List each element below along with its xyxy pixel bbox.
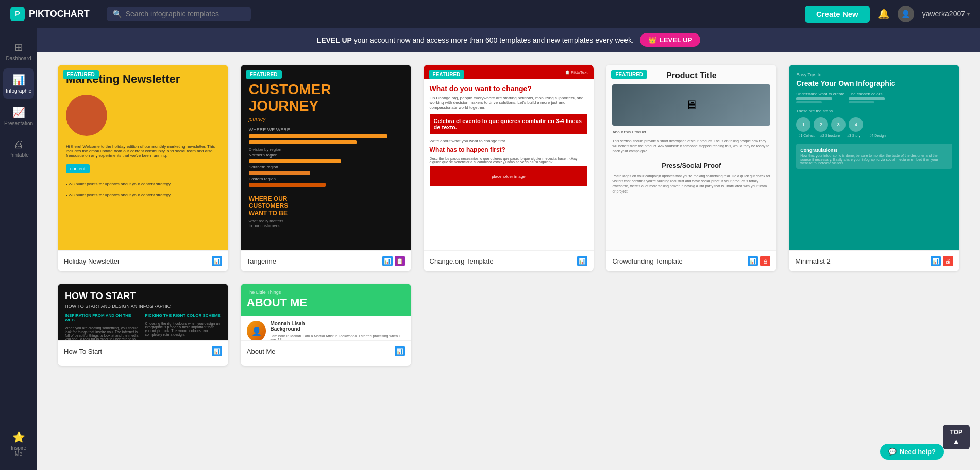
top-button-label: TOP [950, 429, 962, 436]
template-thumbnail-crowdfund: Product Title 🖥 About this Product This … [606, 65, 776, 250]
template-footer-minimalist: Minimalist 2 📊 🖨 [789, 250, 959, 271]
upgrade-banner: LEVEL UP your account now and access mor… [37, 28, 980, 52]
search-box: 🔍 [107, 7, 251, 21]
min-steps: 1 2 3 4 [796, 117, 952, 132]
featured-badge-changeorg: FEATURED [429, 70, 465, 79]
template-thumbnail-changeorg: change.org 📋 PiktoText What do you want … [424, 65, 594, 250]
infographic-type-icon: 📊 [212, 256, 222, 266]
sidebar-item-inspire[interactable]: ⭐ Inspire Me [3, 426, 34, 462]
sidebar-label-infographic: Infographic [6, 88, 31, 94]
top-navbar: P PIKTOCHART 🔍 Create New 🔔 👤 yawerka200… [0, 0, 980, 28]
template-card-crowdfunding[interactable]: FEATURED Product Title 🖥 About this Prod… [606, 65, 776, 271]
am-header: The Little Things ABOUT ME [241, 284, 411, 316]
tan-bar1 [249, 134, 387, 138]
template-card-changeorg[interactable]: FEATURED change.org 📋 PiktoText What do … [424, 65, 594, 271]
tan-bar5 [249, 183, 326, 187]
aboutme-thumb-content: The Little Things ABOUT ME 👤 Monnah Lisa… [241, 284, 411, 340]
cf-image: 🖥 [612, 84, 770, 126]
template-name-aboutme: About Me [247, 347, 276, 355]
co-red-box: Celebra el evento lo que quieres combati… [430, 114, 588, 134]
cf-press-title: Press/Social Proof [612, 162, 770, 169]
dashboard-icon: ⊞ [14, 41, 23, 54]
sidebar-item-presentation[interactable]: 📈 Presentation [3, 101, 34, 131]
need-help-button[interactable]: 💬 Need help? [880, 444, 944, 460]
infographic-icon: 📊 [12, 74, 25, 86]
template-card-aboutme[interactable]: The Little Things ABOUT ME 👤 Monnah Lisa… [241, 284, 411, 366]
cf-about-text: About this Product [612, 130, 770, 134]
infographic-type-icon-co: 📊 [577, 256, 587, 266]
template-type-icons-minimalist: 📊 🖨 [931, 256, 953, 266]
search-input[interactable] [126, 10, 239, 18]
template-type-icons-howtostart: 📊 [212, 346, 222, 356]
featured-badge-crowdfunding: FEATURED [611, 70, 647, 79]
featured-badge-tangerine: FEATURED [246, 70, 282, 79]
template-footer-holiday: Holiday Newsletter 📊 [58, 250, 228, 271]
template-card-howtostart[interactable]: HOW TO START HOW TO START AND DESIGN AN … [58, 284, 228, 366]
username-label: yawerka2007 [922, 10, 965, 18]
template-thumbnail-aboutme: The Little Things ABOUT ME 👤 Monnah Lisa… [241, 284, 411, 340]
top-button[interactable]: TOP ▲ [943, 425, 970, 449]
co-question: What do you want to change? [430, 84, 588, 93]
hts-text1: When you are creating something, you sho… [65, 326, 141, 340]
need-help-label: Need help? [900, 448, 936, 456]
templates-grid-row2: HOW TO START HOW TO START AND DESIGN AN … [58, 284, 959, 366]
printable-type-icon-cf: 🖨 [760, 256, 770, 266]
hts-title: HOW TO START [65, 291, 221, 302]
template-name-changeorg: Change.org Template [430, 257, 494, 265]
create-new-button[interactable]: Create New [805, 6, 870, 23]
template-name-howtostart: How To Start [64, 347, 102, 355]
username-dropdown[interactable]: yawerka2007 ▾ [922, 10, 970, 18]
sidebar-item-dashboard[interactable]: ⊞ Dashboard [3, 36, 34, 66]
sidebar-item-printable[interactable]: 🖨 Printable [3, 133, 34, 163]
level-up-button[interactable]: 👑 LEVEL UP [640, 33, 700, 47]
min-step3: 3 [831, 117, 846, 132]
co-body: What do you want to change? On Change.or… [424, 79, 594, 192]
presentation-type-icon-tan: 📋 [395, 256, 405, 266]
dropdown-caret-icon: ▾ [967, 11, 970, 17]
template-card-tangerine[interactable]: FEATURED CUSTOMER CUSTOMERJOURNEY journe… [241, 65, 411, 271]
sidebar-label-dashboard: Dashboard [6, 56, 31, 61]
printable-type-icon-min: 🖨 [943, 256, 953, 266]
holiday-thumb-content: Marketing Newsletter Hi there! Welcome t… [58, 65, 228, 250]
template-footer-howtostart: How To Start 📊 [58, 340, 228, 361]
templates-grid-row1: FEATURED Marketing Newsletter Hi there! … [58, 65, 959, 271]
template-footer-changeorg: Change.org Template 📊 [424, 250, 594, 271]
sidebar-label-presentation: Presentation [4, 120, 33, 126]
main-content: FEATURED Marketing Newsletter Hi there! … [37, 53, 980, 470]
sidebar-item-infographic[interactable]: 📊 Infographic [3, 68, 34, 99]
infographic-type-icon-cf: 📊 [748, 256, 758, 266]
tan-h1: CUSTOMERJOURNEY [249, 81, 403, 114]
tan-bar3 [249, 159, 341, 163]
banner-text-rest: your account now and access more than 60… [354, 36, 634, 44]
infographic-type-icon-min: 📊 [931, 256, 941, 266]
sidebar-label-inspire: Inspire Me [7, 445, 30, 457]
hts-text2: Choosing the right colours when you desi… [145, 322, 221, 336]
tan-bar2 [249, 140, 357, 144]
nav-divider [98, 8, 98, 20]
changeorg-thumb-content: change.org 📋 PiktoText What do you want … [424, 65, 594, 250]
template-name-holiday: Holiday Newsletter [64, 257, 120, 265]
am-title: ABOUT ME [247, 296, 405, 309]
template-footer-crowdfunding: Crowdfunding Template 📊 🖨 [606, 250, 776, 271]
template-footer-aboutme: About Me 📊 [241, 340, 411, 361]
min-title: Create Your Own Infographic [796, 79, 952, 88]
avatar[interactable]: 👤 [898, 6, 914, 22]
template-footer-tangerine: Tangerine 📊 📋 [241, 250, 411, 271]
logo[interactable]: P PIKTOCHART [10, 7, 90, 21]
infographic-type-icon-tan: 📊 [382, 256, 393, 266]
template-thumbnail-holiday: Marketing Newsletter Hi there! Welcome t… [58, 65, 228, 250]
template-type-icons: 📊 [212, 256, 222, 266]
notification-bell-button[interactable]: 🔔 [878, 8, 889, 20]
banner-text: LEVEL UP your account now and access mor… [317, 36, 634, 44]
infographic-type-icon-am: 📊 [395, 346, 405, 356]
template-name-tangerine: Tangerine [247, 257, 276, 265]
chat-icon: 💬 [888, 448, 897, 456]
template-card-minimalist2[interactable]: Easy Tips to Create Your Own Infographic… [789, 65, 959, 271]
template-type-icons-changeorg: 📊 [577, 256, 587, 266]
co-red-text: Celebra el evento lo que quieres combati… [434, 118, 584, 130]
co-q2: What has to happen first? [430, 146, 588, 153]
app-name: PIKTOCHART [29, 9, 90, 20]
template-thumbnail-minimalist: Easy Tips to Create Your Own Infographic… [789, 65, 959, 250]
template-card-holiday-newsletter[interactable]: FEATURED Marketing Newsletter Hi there! … [58, 65, 228, 271]
howtostart-thumb-content: HOW TO START HOW TO START AND DESIGN AN … [58, 284, 228, 340]
